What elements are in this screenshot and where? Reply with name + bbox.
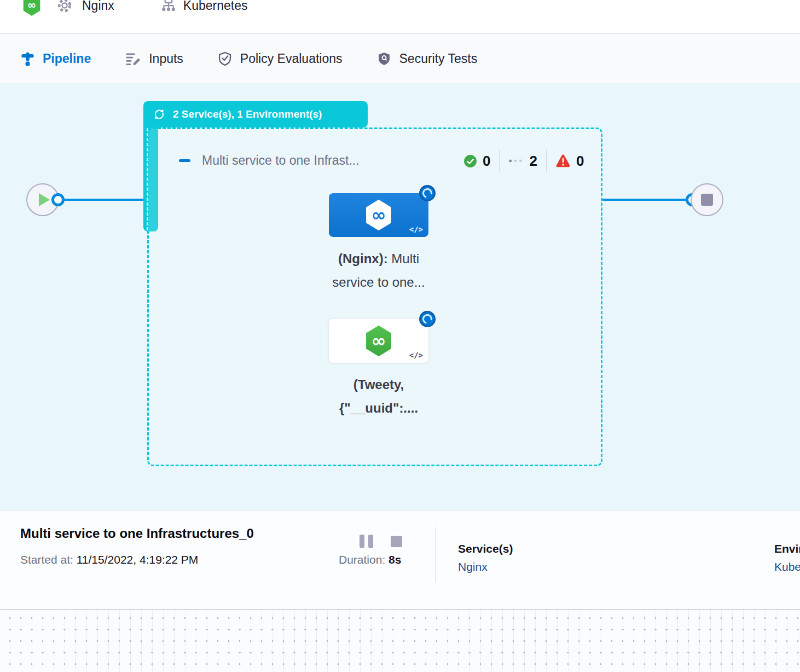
stage-badge-label: 2 Service(s), 1 Environment(s) (173, 108, 322, 120)
stop-button[interactable] (391, 536, 402, 547)
inputs-icon (125, 50, 141, 67)
spinner-icon (419, 185, 436, 201)
security-shield-icon (376, 51, 392, 66)
node-label-line2: service to one... (297, 270, 461, 294)
connector-name: Kubernetes (183, 0, 248, 13)
pipeline-name: Nginx (82, 0, 114, 13)
pause-bar (368, 535, 373, 548)
duration-label: Duration: (339, 553, 385, 566)
service-hexagon-icon: ∞ (364, 199, 393, 231)
status-separator (546, 149, 547, 172)
duration: Duration: 8s (339, 553, 401, 566)
service-node-tweety[interactable]: ∞ </> (329, 319, 428, 363)
services-label: Service(s) (458, 542, 513, 555)
services-block: Service(s) Nginx (458, 542, 513, 573)
connector-dot-left (51, 193, 65, 206)
execution-summary-bar: Multi service to one Infrastructures_0 S… (0, 510, 800, 609)
tab-policy-evaluations[interactable]: Policy Evaluations (217, 51, 343, 66)
stage-group-box[interactable]: Multi service to one Infrast... 0 2 (147, 128, 602, 466)
pipeline-canvas[interactable]: 2 Service(s), 1 Environment(s) Multi ser… (0, 83, 800, 510)
stop-icon (701, 194, 713, 206)
stage-title: Multi service to one Infrast... (202, 153, 360, 168)
running-dots-icon (508, 158, 524, 164)
node-label-line2: {"__uuid":.... (297, 396, 461, 420)
spinner-icon (419, 311, 436, 327)
status-separator (499, 149, 500, 172)
pipeline-end-node[interactable] (691, 183, 723, 216)
node-label-line1: (Tweety, (297, 373, 461, 396)
success-count: 0 (483, 153, 490, 170)
stage-badge-tail-dash (147, 128, 148, 230)
failed-count: 0 (576, 153, 584, 170)
service-hexagon-icon: ∞ (364, 325, 393, 357)
collapse-minus-icon[interactable] (179, 159, 190, 162)
service-link-nginx[interactable]: Nginx (458, 560, 513, 573)
pause-bar (360, 535, 364, 548)
tab-policy-evaluations-label: Policy Evaluations (240, 51, 343, 66)
warning-triangle-icon (555, 153, 571, 169)
stage-status-summary: 0 2 0 (463, 149, 584, 173)
harness-logo-icon: ∞ (22, 0, 42, 16)
svg-text:∞: ∞ (372, 331, 386, 351)
stage-services-badge[interactable]: 2 Service(s), 1 Environment(s) (143, 101, 368, 128)
connector-line-right (602, 199, 692, 201)
pause-button[interactable] (360, 535, 373, 548)
started-at-label: Started at: (20, 553, 73, 566)
svg-text:∞: ∞ (27, 0, 36, 11)
footer-divider (435, 527, 436, 582)
tab-security-tests-label: Security Tests (399, 51, 478, 66)
connector-line-left (57, 199, 144, 201)
duration-value: 8s (389, 553, 401, 566)
tab-bar: Pipeline Inputs Policy Evaluations (0, 34, 800, 83)
breadcrumb-header: ∞ Nginx Kubernetes (0, 0, 800, 34)
execution-title: Multi service to one Infrastructures_0 (20, 526, 254, 541)
code-icon: </> (409, 225, 423, 234)
environments-block: Environment(s) Kubernetes (774, 542, 800, 573)
tab-pipeline[interactable]: Pipeline (20, 51, 91, 66)
policy-shield-check-icon (217, 51, 233, 66)
service-node-nginx-label: (Nginx): Multi service to one... (297, 247, 461, 294)
tab-inputs[interactable]: Inputs (125, 50, 183, 67)
environments-label: Environment(s) (774, 542, 800, 555)
console-grid-area (0, 609, 800, 672)
service-node-tweety-label: (Tweety, {"__uuid":.... (297, 373, 461, 420)
code-icon: </> (409, 351, 423, 360)
breadcrumb: ∞ Nginx Kubernetes (22, 0, 247, 19)
node-label-bold: (Nginx): (338, 251, 388, 266)
play-icon (39, 193, 50, 206)
service-node-nginx[interactable]: ∞ </> (329, 193, 428, 237)
running-count: 2 (529, 153, 537, 170)
started-at-value: 11/15/2022, 4:19:22 PM (77, 553, 199, 566)
node-label-rest: Multi (388, 251, 419, 266)
environment-link-kubernetes[interactable]: Kubernetes (774, 560, 800, 573)
environment-network-icon (160, 0, 177, 14)
gear-icon[interactable] (56, 0, 73, 14)
tab-pipeline-label: Pipeline (43, 51, 91, 66)
svg-text:∞: ∞ (372, 205, 386, 225)
pipeline-icon (20, 51, 35, 66)
refresh-icon (152, 107, 166, 121)
started-at: Started at: 11/15/2022, 4:19:22 PM (20, 553, 198, 566)
tab-security-tests[interactable]: Security Tests (376, 51, 478, 66)
tab-inputs-label: Inputs (149, 51, 183, 66)
check-circle-icon (463, 154, 477, 168)
